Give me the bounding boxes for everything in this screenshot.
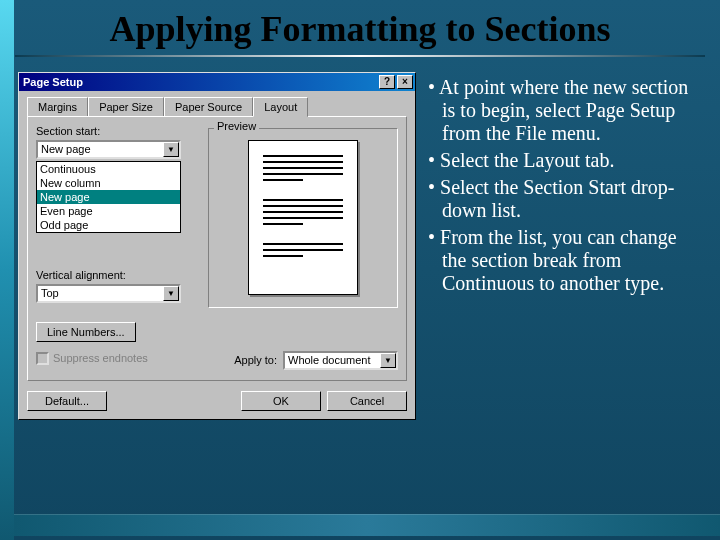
apply-to-value: Whole document	[288, 354, 371, 366]
cancel-button[interactable]: Cancel	[327, 391, 407, 411]
slide-title: Applying Formatting to Sections	[0, 0, 720, 55]
tab-strip: Margins Paper Size Paper Source Layout	[19, 91, 415, 116]
suppress-endnotes-label: Suppress endnotes	[53, 352, 148, 364]
chevron-down-icon[interactable]: ▼	[380, 353, 396, 368]
option-continuous[interactable]: Continuous	[37, 162, 180, 176]
suppress-endnotes-checkbox: Suppress endnotes	[36, 352, 148, 365]
preview-group: Preview	[208, 122, 398, 308]
section-start-dropdown[interactable]: Continuous New column New page Even page…	[36, 161, 181, 233]
layout-panel: Section start: New page ▼ Continuous New…	[27, 116, 407, 381]
tab-paper-source[interactable]: Paper Source	[164, 97, 253, 116]
option-even-page[interactable]: Even page	[37, 204, 180, 218]
page-setup-dialog: Page Setup ? × Margins Paper Size Paper …	[18, 72, 416, 420]
help-button[interactable]: ?	[379, 75, 395, 89]
ok-button[interactable]: OK	[241, 391, 321, 411]
default-button[interactable]: Default...	[27, 391, 107, 411]
vertical-alignment-value: Top	[41, 287, 59, 299]
apply-to-combo[interactable]: Whole document ▼	[283, 351, 398, 370]
option-new-column[interactable]: New column	[37, 176, 180, 190]
tab-paper-size[interactable]: Paper Size	[88, 97, 164, 116]
close-button[interactable]: ×	[397, 75, 413, 89]
instruction-bullets: At point where the new section is to beg…	[428, 72, 698, 420]
dialog-title: Page Setup	[23, 76, 83, 88]
checkbox-box	[36, 352, 49, 365]
section-start-combo[interactable]: New page ▼	[36, 140, 181, 159]
slide-side-accent	[0, 0, 14, 540]
preview-label: Preview	[214, 120, 259, 132]
option-odd-page[interactable]: Odd page	[37, 218, 180, 232]
option-new-page[interactable]: New page	[37, 190, 180, 204]
chevron-down-icon[interactable]: ▼	[163, 286, 179, 301]
page-preview-icon	[248, 140, 358, 295]
vertical-alignment-combo[interactable]: Top ▼	[36, 284, 181, 303]
title-underline	[15, 55, 705, 57]
apply-to-row: Apply to: Whole document ▼	[234, 351, 398, 370]
section-start-value: New page	[41, 143, 91, 155]
bullet-item: At point where the new section is to beg…	[428, 76, 692, 145]
apply-to-label: Apply to:	[234, 354, 277, 366]
vertical-alignment-label: Vertical alignment:	[36, 269, 181, 281]
chevron-down-icon[interactable]: ▼	[163, 142, 179, 157]
tab-layout[interactable]: Layout	[253, 97, 308, 117]
slide-footer-accent	[14, 514, 720, 536]
bullet-item: From the list, you can change the sectio…	[428, 226, 692, 295]
dialog-titlebar[interactable]: Page Setup ? ×	[19, 73, 415, 91]
preview-frame	[208, 128, 398, 308]
bullet-item: Select the Section Start drop-down list.	[428, 176, 692, 222]
dialog-footer: Default... OK Cancel	[19, 387, 415, 419]
bullet-item: Select the Layout tab.	[428, 149, 692, 172]
tab-margins[interactable]: Margins	[27, 97, 88, 116]
line-numbers-button[interactable]: Line Numbers...	[36, 322, 136, 342]
